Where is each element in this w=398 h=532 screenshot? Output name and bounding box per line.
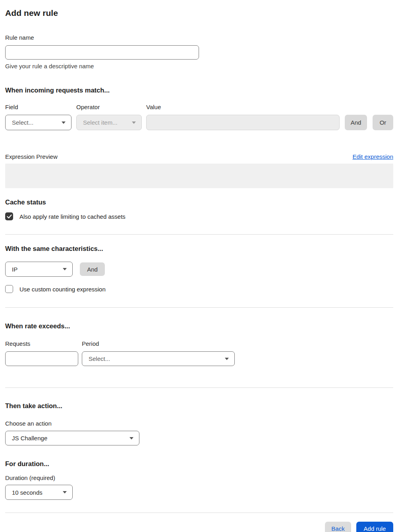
duration-select[interactable]: 10 seconds [5,485,73,500]
divider [5,307,393,308]
action-label: Choose an action [5,420,393,427]
operator-label: Operator [76,104,142,110]
match-section-heading: When incoming requests match... [5,87,393,94]
action-select[interactable]: JS Challenge [5,431,139,445]
expression-preview-section: Expression Preview Edit expression [5,153,393,188]
field-select-value: Select... [12,119,33,126]
rate-row: Requests Period Select... [5,340,393,366]
add-rule-form: Add new rule Rule name Give your rule a … [0,0,398,532]
duration-label: Duration (required) [5,474,393,481]
divider [5,387,393,388]
rule-name-section: Rule name Give your rule a descriptive n… [5,34,393,69]
chevron-down-icon [63,491,67,493]
or-button[interactable]: Or [373,115,393,130]
period-select-value: Select... [89,355,110,362]
back-button[interactable]: Back [325,522,351,532]
requests-label: Requests [5,340,78,347]
characteristic-select-value: IP [12,266,17,273]
divider [5,234,393,235]
chevron-down-icon [62,121,66,124]
field-select[interactable]: Select... [5,115,71,130]
chevron-down-icon [63,268,67,270]
value-label: Value [146,104,340,110]
characteristics-and-button[interactable]: And [80,262,105,276]
action-heading: Then take action... [5,402,393,410]
chevron-down-icon [225,358,229,360]
value-input[interactable] [146,115,340,130]
match-row: Field Select... Operator Select item... … [5,104,393,130]
period-select[interactable]: Select... [82,351,235,366]
custom-counting-checkbox-row[interactable]: Use custom counting expression [5,285,393,293]
footer-actions: Back Add rule [5,522,393,532]
unchecked-checkbox-icon[interactable] [5,285,13,293]
divider [5,513,393,513]
add-rule-button[interactable]: Add rule [356,522,393,532]
rule-name-help: Give your rule a descriptive name [5,63,393,69]
rule-name-label: Rule name [5,34,34,41]
field-label: Field [5,104,71,110]
operator-select[interactable]: Select item... [76,115,142,130]
duration-select-value: 10 seconds [12,489,43,496]
duration-heading: For duration... [5,460,393,468]
characteristics-row: IP And [5,262,393,277]
cache-checkbox-label: Also apply rate limiting to cached asset… [19,213,126,220]
cache-status-heading: Cache status [5,199,393,206]
action-select-value: JS Challenge [12,435,47,441]
requests-input[interactable] [5,351,78,366]
chevron-down-icon [132,121,136,124]
chevron-down-icon [129,437,133,439]
edit-expression-link[interactable]: Edit expression [352,153,393,160]
page-title: Add new rule [5,8,393,18]
period-label: Period [82,340,235,347]
custom-counting-checkbox-label: Use custom counting expression [19,286,106,293]
characteristic-select[interactable]: IP [5,262,73,277]
check-icon [7,214,12,219]
rate-heading: When rate exceeds... [5,322,393,330]
expression-preview-box [5,164,393,188]
and-button[interactable]: And [345,115,367,130]
checked-checkbox-icon[interactable] [5,212,13,220]
cache-checkbox-row[interactable]: Also apply rate limiting to cached asset… [5,212,393,220]
rule-name-input[interactable] [5,45,199,60]
expression-preview-label: Expression Preview [5,153,58,160]
characteristics-heading: With the same characteristics... [5,245,393,253]
operator-select-value: Select item... [83,119,118,126]
